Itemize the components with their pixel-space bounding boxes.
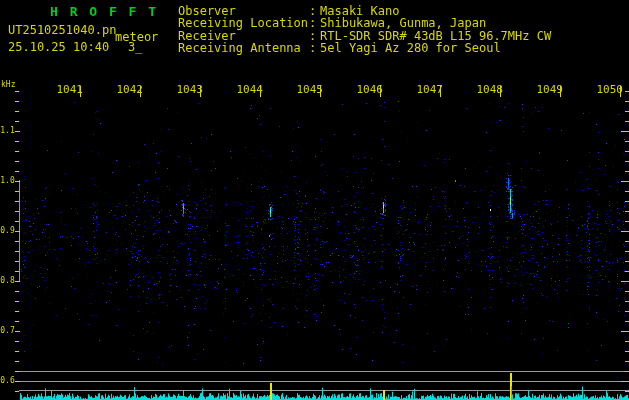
time-tick-label: 1042 bbox=[113, 84, 143, 95]
time-tick-label: 1046 bbox=[353, 84, 383, 95]
freq-tick-label: 0.9 bbox=[0, 226, 15, 235]
info-label: Receiving Location bbox=[178, 17, 308, 29]
info-label: Receiver bbox=[178, 30, 236, 42]
info-label: Observer bbox=[178, 5, 236, 17]
hrofft-screen: H R O F F T UT2510251040.pn meteor 25.10… bbox=[0, 0, 629, 400]
info-separator: : bbox=[309, 17, 316, 29]
time-tick-label: 1041 bbox=[53, 84, 83, 95]
freq-unit-label: kHz bbox=[1, 80, 15, 89]
time-tick-label: 1045 bbox=[293, 84, 323, 95]
time-tick-label: 1048 bbox=[473, 84, 503, 95]
info-label: Receiving Antenna bbox=[178, 42, 301, 54]
time-tick-label: 1050 bbox=[593, 84, 623, 95]
freq-tick-label: 0.7 bbox=[0, 326, 15, 335]
app-title: H R O F F T bbox=[50, 4, 158, 19]
freq-tick-label: 1.0 bbox=[0, 176, 15, 185]
spectrogram-canvas bbox=[0, 0, 629, 400]
time-tick-label: 1049 bbox=[533, 84, 563, 95]
info-value: Masaki Kano bbox=[320, 5, 399, 17]
info-value: 5el Yagi Az 280 for Seoul bbox=[320, 42, 501, 54]
freq-tick-label: 1.1 bbox=[0, 126, 15, 135]
counter-label: 3_ bbox=[128, 41, 142, 53]
time-tick-label: 1047 bbox=[413, 84, 443, 95]
info-separator: : bbox=[309, 5, 316, 17]
info-separator: : bbox=[309, 42, 316, 54]
time-tick-label: 1043 bbox=[173, 84, 203, 95]
filename-label: UT2510251040.pn bbox=[8, 24, 116, 36]
info-value: Shibukawa, Gunma, Japan bbox=[320, 17, 486, 29]
time-tick-label: 1044 bbox=[233, 84, 263, 95]
freq-tick-label: 0.8 bbox=[0, 276, 15, 285]
datetime-label: 25.10.25 10:40 bbox=[8, 41, 109, 53]
info-separator: : bbox=[309, 30, 316, 42]
freq-tick-label: 0.6 bbox=[0, 376, 15, 385]
info-value: RTL-SDR SDR# 43dB L15 96.7MHz CW bbox=[320, 30, 551, 42]
